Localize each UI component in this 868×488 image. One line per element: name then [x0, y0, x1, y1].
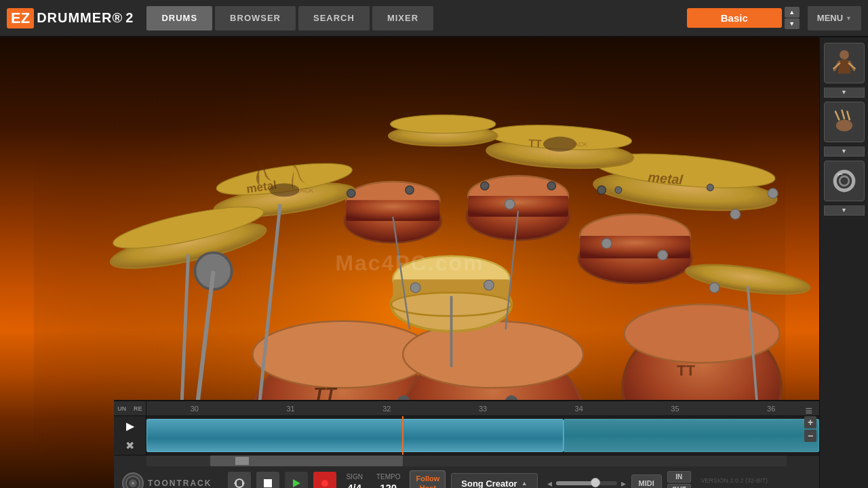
tab-browser[interactable]: BROWSER: [215, 6, 296, 30]
tab-drums[interactable]: DRUMS: [146, 6, 212, 30]
toontrack-logo: TOONTRACK: [122, 472, 212, 488]
zoom-out-button[interactable]: −: [804, 430, 816, 442]
svg-point-66: [410, 283, 420, 293]
playhead: [402, 416, 403, 455]
svg-text:TT: TT: [677, 362, 696, 379]
loop-button[interactable]: [228, 472, 251, 488]
preset-name[interactable]: Basic: [687, 8, 782, 28]
loop-icon: [233, 477, 245, 488]
timeline-scrollbar[interactable]: [146, 455, 787, 466]
app-logo: EZ DRUMMER® 2: [7, 8, 133, 28]
zoom-buttons: + −: [804, 416, 816, 442]
sticks-thumb-svg: [827, 106, 861, 138]
svg-point-68: [601, 239, 612, 249]
bottom-bar: UN RE 30 31 32 33 34 35 36 ≡ ▶ ✖: [114, 400, 819, 488]
svg-point-60: [547, 182, 555, 190]
svg-point-67: [484, 280, 494, 290]
svg-rect-81: [264, 479, 272, 487]
stop-icon: [263, 479, 273, 488]
in-button[interactable]: IN: [667, 471, 691, 483]
scrollbar-thumb[interactable]: [210, 455, 402, 466]
topbar: EZ DRUMMER® 2 DRUMS BROWSER SEARCH MIXER…: [0, 0, 868, 37]
tempo-label: Tempo: [376, 473, 401, 481]
svg-point-83: [321, 480, 328, 487]
toontrack-icon-svg: [125, 476, 140, 488]
sticks-thumb-arrow[interactable]: ▼: [824, 146, 865, 157]
svg-text:TOONTRACK: TOONTRACK: [272, 186, 314, 194]
timeline-area: UN RE 30 31 32 33 34 35 36 ≡ ▶ ✖: [114, 401, 819, 455]
menu-button[interactable]: MENU: [808, 6, 861, 30]
timeline-tools: ▶ ✖: [114, 416, 146, 455]
ring-thumb-arrow[interactable]: ▼: [824, 205, 865, 216]
play-icon: [292, 479, 301, 488]
sign-value: 4/4: [347, 482, 361, 488]
version-text: VERSION 2.0.2 (32-BIT): [701, 477, 768, 484]
undo-label[interactable]: UN: [117, 405, 126, 412]
ruler-mark-31: 31: [243, 405, 339, 413]
svg-point-70: [709, 283, 719, 293]
svg-marker-82: [293, 479, 300, 487]
tempo-area: Tempo 120: [376, 473, 401, 488]
un-re-area: UN RE: [114, 401, 146, 416]
tab-search[interactable]: SEARCH: [298, 6, 370, 30]
time-signature-area: Sign 4/4: [346, 473, 362, 488]
ruler-mark-32: 32: [338, 405, 435, 413]
logo-drummer: DRUMMER®: [37, 10, 123, 26]
main-area: TT TT: [0, 37, 868, 488]
volume-slider[interactable]: [556, 481, 617, 485]
svg-point-63: [615, 186, 622, 193]
right-sidebar: ▼ ▼ ▼: [819, 37, 868, 488]
drummer-thumb-arrow[interactable]: ▼: [824, 87, 865, 98]
volume-right-icon: ▸: [621, 478, 626, 488]
drummer-thumb-svg: [827, 47, 861, 79]
redo-label[interactable]: RE: [134, 405, 142, 412]
main-track: [146, 416, 819, 455]
svg-text:metal: metal: [648, 169, 684, 187]
toontrack-brand-label: TOONTRACK: [148, 479, 212, 488]
in-out-area: IN OUT: [667, 471, 691, 488]
sidebar-thumb-ring[interactable]: [824, 161, 865, 201]
svg-text:TOONTRACK: TOONTRACK: [546, 140, 588, 148]
sequencer-content[interactable]: [146, 416, 819, 455]
preset-down-button[interactable]: ▼: [785, 18, 800, 29]
volume-left-icon: ◂: [547, 478, 552, 488]
svg-point-85: [840, 50, 849, 60]
sidebar-thumb-drummer[interactable]: [824, 43, 865, 83]
drum-view: TT TT: [0, 37, 819, 488]
record-button[interactable]: [313, 472, 336, 488]
volume-slider-fill: [556, 481, 596, 485]
ruler-mark-30: 30: [146, 405, 243, 413]
sidebar-thumb-sticks[interactable]: [824, 102, 865, 142]
sign-label: Sign: [346, 473, 362, 481]
follow-host-button[interactable]: Follow Host: [410, 470, 446, 488]
tempo-value: 120: [380, 482, 397, 488]
ruler-mark-34: 34: [531, 405, 627, 413]
preset-up-button[interactable]: ▲: [785, 7, 800, 18]
out-button[interactable]: OUT: [667, 484, 691, 488]
song-creator-button[interactable]: Song Creator: [451, 473, 537, 489]
preset-section: Basic ▲ ▼ MENU: [687, 6, 861, 30]
svg-point-73: [768, 188, 778, 199]
svg-point-78: [132, 482, 134, 485]
svg-point-62: [347, 189, 355, 197]
play-button[interactable]: [285, 472, 308, 488]
stop-button[interactable]: [256, 472, 279, 488]
svg-point-89: [835, 120, 852, 131]
volume-slider-thumb[interactable]: [591, 478, 600, 487]
track-block-secondary[interactable]: [564, 419, 819, 452]
midi-button[interactable]: MIDI: [631, 474, 662, 488]
svg-point-65: [505, 199, 515, 209]
svg-point-71: [730, 209, 741, 220]
tab-mixer[interactable]: MIXER: [372, 6, 433, 30]
cut-tool-button[interactable]: ✖: [119, 439, 141, 453]
toontrack-circle-icon: [122, 472, 144, 488]
zoom-in-button[interactable]: +: [804, 416, 816, 428]
track-block-main[interactable]: [146, 419, 564, 452]
svg-point-58: [406, 186, 414, 194]
svg-text:TT: TT: [528, 137, 542, 149]
select-tool-button[interactable]: ▶: [119, 419, 141, 434]
volume-area: ◂ ▸: [547, 478, 626, 488]
record-icon: [321, 479, 329, 487]
svg-point-5: [403, 321, 583, 388]
svg-point-69: [658, 250, 668, 260]
